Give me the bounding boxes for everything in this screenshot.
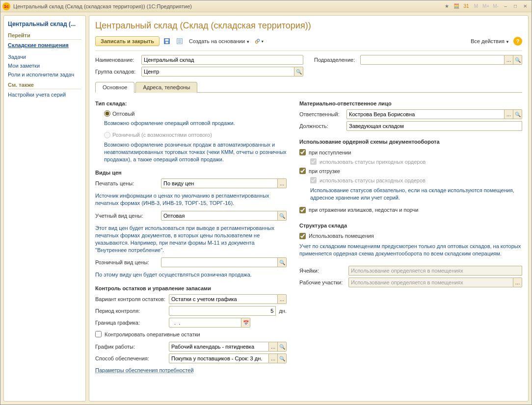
- tabs: Основное Адреса, телефоны: [95, 81, 522, 93]
- areas-input: [348, 278, 513, 287]
- stock-section: Контроль остатков и управление запасами: [95, 285, 287, 291]
- radio-retail: [104, 132, 110, 138]
- ellipsis-icon[interactable]: …: [513, 278, 522, 287]
- lookup-icon[interactable]: 🔍: [513, 109, 522, 119]
- retail-price-label: Розничный вид цены:: [95, 259, 161, 265]
- list-icon[interactable]: [174, 36, 185, 47]
- ellipsis-icon[interactable]: …: [505, 109, 513, 119]
- role-label: Должность:: [299, 123, 346, 129]
- all-actions-button[interactable]: Все действия▼: [469, 38, 511, 44]
- chevron-down-icon: ▼: [246, 40, 250, 44]
- chk-receipt-status: [310, 158, 317, 165]
- group-input[interactable]: [141, 67, 294, 76]
- chk-receipt[interactable]: [299, 149, 306, 155]
- schedule-label: График работы:: [95, 344, 169, 350]
- division-input[interactable]: [360, 55, 505, 65]
- acct-price-label: Учетный вид цены:: [95, 213, 161, 219]
- lookup-icon[interactable]: 🔍: [278, 211, 287, 221]
- svg-rect-2: [165, 42, 168, 44]
- tab-addresses[interactable]: Адреса, телефоны: [135, 82, 197, 93]
- minimize-button[interactable]: –: [501, 2, 510, 10]
- print-prices-input[interactable]: [161, 178, 278, 188]
- fav-icon[interactable]: ★: [442, 2, 451, 10]
- chk-operative[interactable]: [95, 331, 102, 337]
- ellipsis-icon[interactable]: …: [269, 354, 278, 363]
- period-input[interactable]: [169, 306, 276, 316]
- save-close-button[interactable]: Записать и закрыть: [95, 36, 160, 46]
- supply-input[interactable]: [169, 354, 269, 363]
- sidebar-item-notes[interactable]: Мои заметки: [8, 61, 81, 70]
- variant-input[interactable]: [169, 294, 278, 304]
- chk-surplus[interactable]: [299, 207, 306, 213]
- chk-receipt-status-label: использовать статусы приходных ордеров: [319, 159, 426, 165]
- sidebar-item-series[interactable]: Настройки учета серий: [8, 90, 81, 99]
- create-based-button[interactable]: Создать на основании▼: [187, 38, 252, 44]
- sidebar-item-roles[interactable]: Роли и исполнители задач: [8, 70, 81, 79]
- ellipsis-icon[interactable]: …: [269, 342, 278, 352]
- ellipsis-icon[interactable]: …: [278, 294, 287, 304]
- maximize-button[interactable]: □: [511, 2, 520, 10]
- areas-label: Рабочие участки:: [299, 279, 348, 285]
- border-label: Граница графика:: [95, 320, 169, 326]
- radio-wholesale[interactable]: [104, 110, 110, 117]
- wholesale-hint: Возможно оформление операций оптовой про…: [95, 118, 287, 131]
- save-icon[interactable]: [161, 36, 172, 47]
- calc-icon[interactable]: 🧮: [452, 2, 461, 10]
- mplus-button[interactable]: M+: [481, 2, 490, 10]
- order-section: Использование ордерной схемы документооб…: [299, 139, 522, 145]
- calendar-icon[interactable]: 31: [462, 2, 471, 10]
- params-link[interactable]: Параметры обеспечения потребностей: [95, 367, 194, 373]
- chk-rooms-label: Использовать помещения: [309, 233, 374, 239]
- svg-rect-1: [165, 39, 169, 41]
- order-hint: Использование статусов обязательно, если…: [299, 185, 522, 205]
- chk-operative-label: Контролировать оперативные остатки: [105, 331, 200, 337]
- retail-price-hint: По этому виду цен будет осуществляться р…: [95, 269, 287, 282]
- window-title: Центральный склад (Склад (складская терр…: [13, 3, 442, 9]
- ellipsis-icon[interactable]: …: [505, 55, 513, 65]
- cells-input: [348, 266, 522, 276]
- app-icon: 1c: [2, 2, 10, 10]
- border-input[interactable]: [169, 318, 241, 328]
- chk-rooms[interactable]: [299, 233, 306, 239]
- help-icon[interactable]: ?: [513, 37, 522, 46]
- lookup-icon[interactable]: 🔍: [278, 257, 287, 267]
- m-button[interactable]: M: [472, 2, 480, 10]
- toolbar: Записать и закрыть Создать на основании▼…: [95, 35, 522, 51]
- lookup-icon[interactable]: 🔍: [278, 342, 287, 352]
- page-title: Центральный склад (Склад (складская терр…: [95, 20, 522, 35]
- division-label: Подразделение:: [314, 57, 357, 63]
- acct-price-input[interactable]: [161, 211, 278, 221]
- ellipsis-icon[interactable]: …: [278, 178, 287, 188]
- retail-price-input[interactable]: [161, 257, 278, 267]
- radio-wholesale-label: Оптовый: [112, 111, 134, 117]
- chk-receipt-label: при поступлении: [309, 150, 351, 155]
- resp-label: Ответственный:: [299, 111, 346, 117]
- sidebar-item-tasks[interactable]: Задачи: [8, 52, 81, 61]
- schedule-input[interactable]: [169, 342, 269, 352]
- mminus-button[interactable]: M-: [491, 2, 500, 10]
- role-input[interactable]: [346, 121, 522, 131]
- acct-price-hint: Этот вид цен будет использоваться при вы…: [95, 223, 287, 257]
- sidebar: Центральный склад (... Перейти Складские…: [3, 15, 86, 402]
- sidebar-head[interactable]: Центральный склад (...: [8, 19, 81, 29]
- mol-section: Материально-ответственное лицо: [299, 101, 522, 106]
- close-button[interactable]: ✕: [521, 2, 530, 10]
- lookup-icon[interactable]: 🔍: [513, 55, 522, 65]
- chk-shipment-label: при отгрузке: [309, 168, 340, 174]
- chk-shipment[interactable]: [299, 168, 306, 174]
- lookup-icon[interactable]: 🔍: [294, 67, 303, 76]
- print-prices-hint: Источник информации о ценах по умолчанию…: [95, 190, 287, 211]
- name-input[interactable]: [141, 55, 303, 65]
- chk-shipment-status: [310, 177, 317, 183]
- chevron-down-icon: ▼: [505, 40, 509, 44]
- lookup-icon[interactable]: 🔍: [278, 354, 287, 363]
- name-label: Наименование:: [95, 57, 138, 63]
- tab-main[interactable]: Основное: [95, 82, 134, 93]
- calendar-icon[interactable]: 📅: [241, 318, 250, 328]
- variant-label: Вариант контроля остатков:: [95, 296, 169, 302]
- sidebar-item-rooms[interactable]: Складские помещения: [8, 41, 81, 50]
- period-label: Период контроля:: [95, 308, 169, 314]
- title-bar: 1c Центральный склад (Склад (складская т…: [0, 0, 532, 12]
- link-icon[interactable]: ▼: [254, 36, 265, 47]
- resp-input[interactable]: [346, 109, 505, 119]
